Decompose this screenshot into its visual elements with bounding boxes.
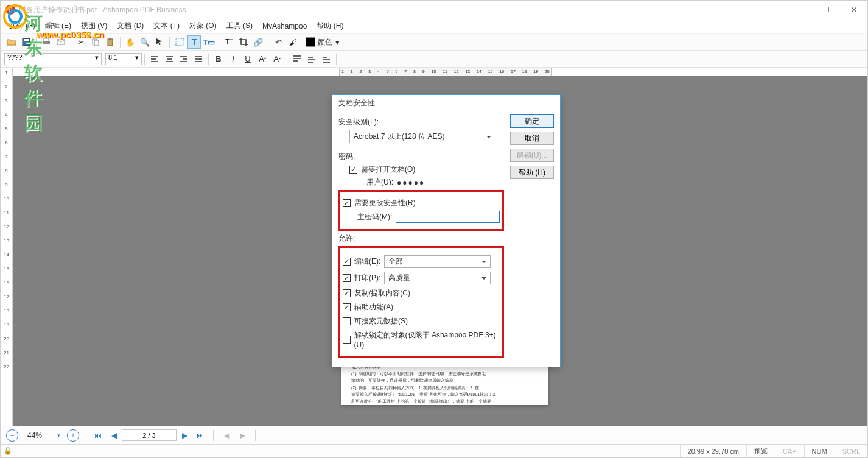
allow-section-label: 允许: xyxy=(338,233,504,244)
save-icon[interactable] xyxy=(19,35,33,49)
menu-help[interactable]: 帮助 (H) xyxy=(312,19,348,32)
edit-select[interactable]: 全部 xyxy=(384,255,491,268)
callout-icon[interactable]: T xyxy=(222,35,236,49)
document-canvas[interactable]: 输入条项和要求 (1). 制证时间：可以不出时间软件，选择制证日期，凭证编号是系… xyxy=(13,76,867,426)
text-box-icon[interactable]: T▭ xyxy=(202,35,215,49)
password-section-label: 密码: xyxy=(338,152,504,162)
checkbox-print[interactable] xyxy=(343,274,351,282)
cancel-button[interactable]: 取消 xyxy=(510,132,554,145)
history-back-button[interactable]: ◀ xyxy=(219,429,234,442)
font-name-select[interactable]: ????▾ xyxy=(4,53,102,65)
zoom-dropdown-icon[interactable]: ▾ xyxy=(51,429,66,442)
last-page-button[interactable]: ⏭ xyxy=(193,429,208,442)
checkbox-metadata-label: 可搜索元数据(S) xyxy=(354,316,408,326)
help-button[interactable]: 帮助 (H) xyxy=(510,166,554,179)
zoom-value: 44% xyxy=(19,431,51,440)
cut-icon[interactable]: ✂ xyxy=(74,35,88,49)
minimize-button[interactable]: ─ xyxy=(785,1,813,19)
toolbar-text: ????▾ 8.1▾ B I U A² A₂ xyxy=(1,51,867,68)
menu-object[interactable]: 对象 (O) xyxy=(184,19,222,32)
text-edit-icon[interactable]: T xyxy=(187,35,201,49)
status-num: NUM xyxy=(804,445,835,457)
svg-text:T: T xyxy=(225,38,230,46)
svg-rect-5 xyxy=(44,38,49,41)
hand-tool-icon[interactable]: ✋ xyxy=(124,35,137,49)
ruler-vertical: 12345678910111213141516171819202122 xyxy=(1,68,13,426)
print-icon[interactable] xyxy=(40,35,53,49)
checkbox-unlock-objects[interactable] xyxy=(343,336,351,344)
italic-icon[interactable]: I xyxy=(226,52,240,66)
align-left-icon[interactable] xyxy=(148,52,161,66)
zoom-tool-icon[interactable]: 🔍 xyxy=(138,35,152,49)
checkbox-change-security[interactable] xyxy=(343,199,351,207)
menu-bar: 文件 (F) 编辑 (E) 视图 (V) 文档 (D) 文本 (T) 对象 (O… xyxy=(1,19,867,33)
paste-icon[interactable] xyxy=(103,35,117,49)
valign-top-icon[interactable] xyxy=(290,52,304,66)
prev-page-button[interactable]: ◀ xyxy=(107,429,121,442)
next-page-button[interactable]: ▶ xyxy=(177,429,192,442)
bold-icon[interactable]: B xyxy=(212,52,225,66)
app-icon: P xyxy=(5,5,15,15)
email-icon[interactable] xyxy=(54,35,68,49)
print-select[interactable]: 高质量 xyxy=(384,272,491,284)
checkbox-open-doc-label: 需要打开文档(O) xyxy=(361,164,415,175)
svg-rect-3 xyxy=(24,39,29,41)
checkbox-edit[interactable] xyxy=(343,258,351,266)
align-right-icon[interactable] xyxy=(177,52,191,66)
color-dropdown-icon[interactable]: ▾ xyxy=(333,35,341,49)
menu-edit[interactable]: 编辑 (E) xyxy=(40,19,76,32)
close-button[interactable]: ✕ xyxy=(840,1,867,19)
menu-doc[interactable]: 文档 (D) xyxy=(112,19,149,32)
font-size-select[interactable]: 8.1▾ xyxy=(105,53,142,65)
align-justify-icon[interactable] xyxy=(192,52,205,66)
checkbox-accessibility[interactable] xyxy=(343,303,351,311)
underline-icon[interactable]: U xyxy=(241,52,254,66)
subscript-icon[interactable]: A₂ xyxy=(270,52,284,66)
crop-icon[interactable] xyxy=(237,35,250,49)
page-number-input[interactable] xyxy=(122,429,177,441)
highlight-box-change-security: 需要更改安全性(R) 主密码(M): xyxy=(338,190,504,231)
ok-button[interactable]: 确定 xyxy=(510,114,554,128)
superscript-icon[interactable]: A² xyxy=(256,52,269,66)
maximize-button[interactable]: ☐ xyxy=(813,1,840,19)
text-select-icon[interactable] xyxy=(173,35,186,49)
window-title: 财务用户操作说明书.pdf - Ashampoo PDF Business xyxy=(19,5,186,15)
master-password-input[interactable] xyxy=(396,211,500,223)
checkbox-metadata[interactable] xyxy=(343,317,351,325)
security-level-select[interactable]: Acrobat 7 以上(128 位 AES) xyxy=(349,130,495,143)
align-center-icon[interactable] xyxy=(163,52,176,66)
security-level-label: 安全级别(L): xyxy=(338,117,504,127)
checkbox-copy[interactable] xyxy=(343,289,351,297)
copy-icon[interactable] xyxy=(89,35,102,49)
brush-icon[interactable]: 🖌 xyxy=(286,35,299,49)
checkbox-open-doc[interactable] xyxy=(349,166,357,174)
valign-bottom-icon[interactable] xyxy=(320,52,333,66)
undo-icon[interactable]: ↶ xyxy=(271,35,285,49)
zoom-out-button[interactable]: − xyxy=(6,429,18,442)
menu-tools[interactable]: 工具 (S) xyxy=(222,19,257,32)
menu-text[interactable]: 文本 (T) xyxy=(149,19,184,32)
document-area: 12345678910111213141516171819202122 1123… xyxy=(1,68,867,426)
valign-middle-icon[interactable] xyxy=(305,52,318,66)
dialog-document-security: 文档安全性 安全级别(L): Acrobat 7 以上(128 位 AES) 密… xyxy=(332,94,561,367)
open-icon[interactable] xyxy=(5,35,18,49)
menu-view[interactable]: 视图 (V) xyxy=(76,19,112,32)
first-page-button[interactable]: ⏮ xyxy=(91,429,105,442)
select-arrow-icon[interactable] xyxy=(153,35,166,49)
checkbox-edit-label: 编辑(E): xyxy=(354,256,380,267)
menu-myash[interactable]: MyAshampoo xyxy=(257,21,312,32)
zoom-in-button[interactable]: + xyxy=(67,429,79,442)
status-preview: 预览 xyxy=(746,445,775,457)
history-fwd-button[interactable]: ▶ xyxy=(235,429,250,442)
master-password-label: 主密码(M): xyxy=(357,212,392,222)
checkbox-change-security-label: 需要更改安全性(R) xyxy=(354,198,416,208)
title-bar: P 财务用户操作说明书.pdf - Ashampoo PDF Business … xyxy=(1,1,867,19)
color-swatch[interactable] xyxy=(306,37,315,47)
unlock-button[interactable]: 解锁(U)... xyxy=(510,149,554,162)
checkbox-accessibility-label: 辅助功能(A) xyxy=(354,302,393,312)
link-icon[interactable]: 🔗 xyxy=(251,35,265,49)
svg-rect-10 xyxy=(109,38,111,40)
menu-file[interactable]: 文件 (F) xyxy=(4,19,40,32)
highlight-box-allow: 编辑(E): 全部 打印(P): 高质量 复 xyxy=(338,246,504,358)
status-dimensions: 20.99 x 29.70 cm xyxy=(680,445,746,457)
